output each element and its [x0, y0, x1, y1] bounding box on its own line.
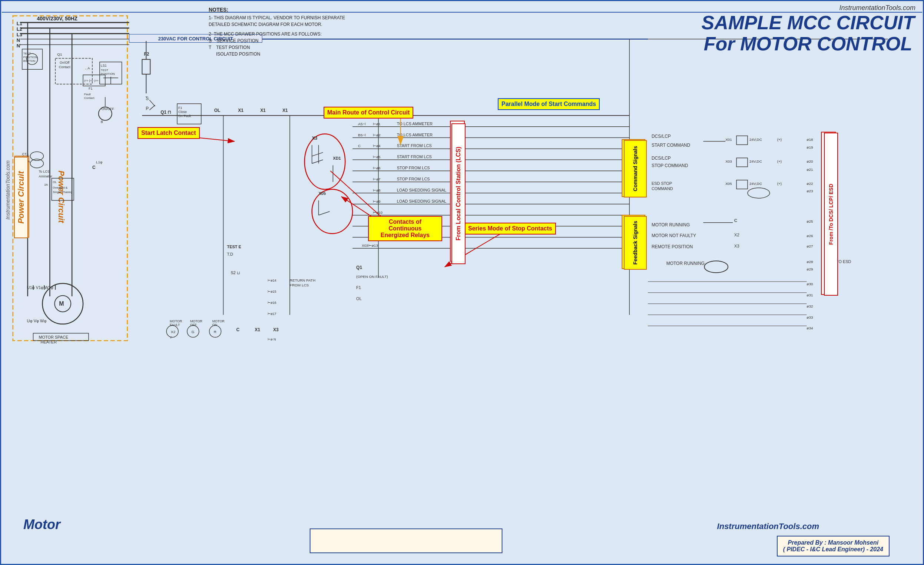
- svg-text:X1: X1: [282, 108, 288, 113]
- svg-text:TEST: TEST: [23, 52, 31, 55]
- svg-text:Fault: Fault: [84, 93, 91, 96]
- svg-text:Q1: Q1: [356, 265, 362, 270]
- notes-title: NOTES:: [208, 7, 364, 13]
- svg-text:ø31: ø31: [807, 293, 813, 297]
- svg-text:On/Off: On/Off: [60, 61, 70, 64]
- svg-text:N': N': [16, 43, 21, 48]
- svg-text:T.D: T.D: [227, 252, 234, 256]
- from-to-dcs-label: From /To DCS/ LCP/ ESD: [824, 133, 838, 296]
- svg-text:DCS/LCP: DCS/LCP: [652, 156, 671, 161]
- svg-text:Y: Y: [170, 336, 172, 339]
- website-top-label: InstrumentationTools.com: [840, 4, 915, 12]
- svg-text:ø19: ø19: [807, 145, 813, 149]
- svg-text:MOTOR RUNNING: MOTOR RUNNING: [652, 222, 690, 228]
- svg-text:⊢ø7: ⊢ø7: [373, 177, 381, 181]
- svg-text:P: P: [146, 106, 148, 111]
- svg-text:...A: ...A: [85, 66, 90, 70]
- lcs-label: From Local Control Station (LCS): [452, 123, 465, 264]
- svg-text:X05: X05: [319, 191, 326, 196]
- svg-text:U1φ V1φ W1φ: U1φ V1φ W1φ: [27, 285, 53, 290]
- svg-text:REMOTE POSITION: REMOTE POSITION: [652, 244, 693, 249]
- svg-text:L1φ: L1φ: [96, 160, 103, 164]
- svg-text:Close: Close: [178, 110, 187, 114]
- svg-text:ESD STOP: ESD STOP: [652, 181, 672, 186]
- svg-text:ø22: ø22: [807, 181, 813, 186]
- prepared-by-line2: ( PIDEC - I&C Lead Engineer) - 2024: [783, 546, 883, 553]
- svg-text:C: C: [734, 218, 737, 223]
- svg-text:ø27: ø27: [807, 244, 813, 248]
- svg-text:STOP FROM LCS: STOP FROM LCS: [397, 166, 430, 170]
- svg-text:MOTOR NOT FAULTY: MOTOR NOT FAULTY: [652, 233, 696, 238]
- svg-text:STOP FROM LCS: STOP FROM LCS: [397, 177, 430, 181]
- svg-text:X1: X1: [255, 327, 260, 332]
- svg-text:X2: X2: [171, 330, 176, 334]
- svg-text:MOTOR: MOTOR: [212, 319, 225, 323]
- svg-text:⊢ø17: ⊢ø17: [268, 312, 276, 316]
- svg-text:⊢ø15: ⊢ø15: [268, 290, 276, 294]
- svg-text:B: B: [101, 120, 103, 124]
- svg-text:⊢ø4: ⊢ø4: [373, 144, 381, 148]
- notes-section: NOTES: 1- THIS DIAGRAM IS TYPICAL. VENDO…: [208, 7, 364, 57]
- svg-text:B5⊣: B5⊣: [358, 133, 366, 137]
- circuit-diagram: Power Circuit L1 L2 L3 N N' 400V/230V, 5…: [1, 1, 923, 564]
- svg-text:OL: OL: [356, 297, 362, 301]
- svg-text:TO ESD: TO ESD: [836, 259, 851, 264]
- prepared-by-box: Prepared By : Mansoor Mohseni ( PIDEC - …: [777, 536, 890, 556]
- svg-text:⊢ø6: ⊢ø6: [373, 166, 381, 170]
- svg-text:⊢ø14: ⊢ø14: [268, 279, 276, 282]
- website-left-label: InstrumentationTools.com: [5, 160, 11, 220]
- svg-text:ø20: ø20: [807, 159, 813, 163]
- svg-text:Ammeter: Ammeter: [39, 174, 52, 178]
- svg-text:⊢ø16: ⊢ø16: [268, 301, 276, 304]
- svg-text:⊢ø N: ⊢ø N: [268, 337, 276, 341]
- svg-text:ø21: ø21: [807, 168, 813, 172]
- svg-text:LS1: LS1: [101, 64, 107, 67]
- svg-text:Q1 ⊓: Q1 ⊓: [160, 110, 171, 115]
- svg-text:LOAD SHEDDING SIGNAL: LOAD SHEDDING SIGNAL: [397, 199, 447, 204]
- svg-text:(OPEN ON FAULT): (OPEN ON FAULT): [356, 274, 388, 279]
- svg-text:L2: L2: [16, 26, 22, 32]
- svg-text:START COMMAND: START COMMAND: [652, 142, 690, 148]
- svg-text:X03⊢ø13: X03⊢ø13: [362, 243, 378, 247]
- svg-text:X01: X01: [725, 138, 732, 141]
- svg-text:Contact: Contact: [59, 65, 70, 69]
- svg-text:MOTOR: MOTOR: [190, 319, 203, 323]
- website-bottom-label: InstrumentationTools.com: [717, 522, 819, 531]
- main-container: Power Circuit L1 L2 L3 N N' 400V/230V, 5…: [0, 0, 924, 565]
- contacts-continuous-annotation: Contacts ofContinuousEnergized Relays: [368, 216, 442, 241]
- svg-text:RETURN PATH: RETURN PATH: [290, 278, 315, 282]
- svg-text:ø30: ø30: [807, 282, 813, 286]
- svg-text:MOTOR SPACE: MOTOR SPACE: [39, 335, 69, 339]
- svg-text:To LCS: To LCS: [39, 170, 50, 173]
- start-latch-annotation: Start Latch Contact: [138, 127, 200, 139]
- svg-text:C: C: [92, 165, 96, 170]
- svg-text:ø26: ø26: [807, 234, 813, 238]
- svg-text:TEST E: TEST E: [227, 244, 241, 249]
- svg-text:⊢ø5: ⊢ø5: [373, 155, 381, 159]
- svg-text:F1: F1: [178, 106, 182, 110]
- svg-text:MOTOR: MOTOR: [170, 319, 182, 323]
- svg-text:TO LCS AMMETER: TO LCS AMMETER: [397, 121, 433, 126]
- svg-rect-0: [2, 1, 922, 564]
- note2-t: T TEST POSITION: [208, 44, 364, 51]
- svg-text:2A: 2A: [44, 183, 48, 186]
- svg-text:⊢ø1: ⊢ø1: [373, 122, 381, 126]
- svg-text:M: M: [59, 300, 64, 307]
- svg-text:F2: F2: [144, 51, 149, 57]
- svg-text:Contact: Contact: [84, 96, 94, 100]
- power-circuit-label: Power Circuit: [14, 157, 28, 238]
- svg-text:N: N: [16, 37, 20, 43]
- note2-s: S SERVICE POSITION: [208, 37, 364, 44]
- svg-text:ø29: ø29: [807, 267, 813, 271]
- main-route-annotation: Main Route of Control Circuit: [324, 107, 413, 118]
- title-line1: SAMPLE MCC CIRCUIT: [700, 12, 915, 33]
- svg-text:ø23: ø23: [807, 189, 813, 193]
- command-signals-label: Command Signals: [624, 140, 647, 198]
- svg-text:⊢ø8: ⊢ø8: [373, 188, 381, 192]
- svg-text:LOAD SHEDDING SIGNAL: LOAD SHEDDING SIGNAL: [397, 188, 447, 192]
- feedback-signals-label: Feedback Signals: [624, 216, 647, 270]
- svg-text:F1: F1: [88, 87, 92, 90]
- svg-text:(+): (+): [777, 138, 782, 141]
- svg-text:C: C: [358, 144, 361, 148]
- svg-text:X2: X2: [734, 233, 739, 237]
